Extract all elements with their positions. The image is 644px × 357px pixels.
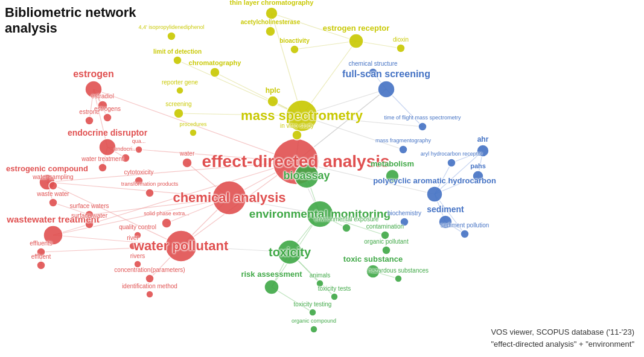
svg-point-75 xyxy=(165,230,197,262)
svg-point-78 xyxy=(295,164,319,188)
svg-point-76 xyxy=(286,100,317,131)
svg-point-121 xyxy=(49,198,57,207)
svg-point-130 xyxy=(134,232,141,239)
svg-point-91 xyxy=(473,171,483,182)
svg-point-86 xyxy=(427,186,442,202)
svg-point-125 xyxy=(37,261,45,270)
svg-point-87 xyxy=(439,215,452,229)
svg-point-101 xyxy=(369,68,377,77)
svg-point-122 xyxy=(85,210,94,219)
svg-point-127 xyxy=(134,261,141,268)
svg-point-92 xyxy=(349,34,363,48)
svg-point-112 xyxy=(309,309,316,316)
page-title: Bibliometric networkanalysis xyxy=(5,5,136,37)
svg-point-97 xyxy=(173,56,182,65)
svg-point-80 xyxy=(43,226,63,245)
svg-point-109 xyxy=(342,224,351,232)
svg-line-72 xyxy=(181,246,290,252)
svg-point-134 xyxy=(182,158,192,168)
svg-line-34 xyxy=(179,113,302,116)
svg-point-119 xyxy=(98,163,107,172)
svg-point-102 xyxy=(418,122,427,131)
svg-point-115 xyxy=(85,116,94,125)
svg-line-33 xyxy=(177,60,302,116)
svg-point-120 xyxy=(49,182,57,190)
svg-point-138 xyxy=(292,130,302,140)
svg-point-104 xyxy=(447,159,456,167)
svg-point-93 xyxy=(266,7,278,19)
svg-line-64 xyxy=(302,116,422,127)
svg-line-25 xyxy=(53,203,89,215)
svg-line-2 xyxy=(94,89,296,162)
svg-point-131 xyxy=(162,218,171,228)
svg-point-123 xyxy=(85,220,94,229)
svg-point-98 xyxy=(290,45,299,54)
svg-point-110 xyxy=(316,280,324,287)
svg-point-113 xyxy=(395,275,402,282)
svg-point-139 xyxy=(135,146,142,153)
svg-point-82 xyxy=(99,139,116,156)
svg-point-108 xyxy=(382,246,391,254)
svg-point-107 xyxy=(381,231,389,239)
svg-point-79 xyxy=(278,240,302,264)
svg-line-3 xyxy=(47,162,296,182)
svg-point-100 xyxy=(397,44,405,52)
network-svg xyxy=(0,0,644,357)
svg-point-85 xyxy=(366,265,380,278)
svg-point-114 xyxy=(310,326,317,333)
svg-point-111 xyxy=(331,293,338,300)
svg-point-129 xyxy=(146,291,153,298)
svg-point-106 xyxy=(400,218,409,226)
svg-point-137 xyxy=(176,87,183,94)
svg-point-84 xyxy=(264,280,279,294)
svg-point-124 xyxy=(37,248,45,256)
svg-point-77 xyxy=(307,201,333,227)
svg-point-128 xyxy=(145,274,154,283)
svg-point-95 xyxy=(267,96,278,107)
svg-point-133 xyxy=(135,177,143,185)
svg-point-99 xyxy=(167,32,176,40)
svg-line-38 xyxy=(295,41,356,49)
svg-point-117 xyxy=(103,113,112,122)
svg-line-14 xyxy=(41,246,181,252)
svg-point-136 xyxy=(190,129,197,136)
svg-point-116 xyxy=(98,101,107,110)
svg-point-94 xyxy=(266,27,275,36)
svg-point-135 xyxy=(174,109,183,118)
svg-point-126 xyxy=(129,242,136,250)
svg-point-88 xyxy=(378,81,395,98)
network-container: Bibliometric networkanalysis VOS viewer,… xyxy=(0,0,644,357)
svg-line-37 xyxy=(272,13,356,41)
footer-text: VOS viewer, SCOPUS database ('11-'23) "e… xyxy=(491,326,634,350)
svg-point-81 xyxy=(85,81,102,98)
svg-point-74 xyxy=(212,181,246,215)
svg-point-118 xyxy=(121,154,130,162)
svg-point-90 xyxy=(477,145,489,157)
svg-point-96 xyxy=(210,68,220,77)
svg-point-105 xyxy=(461,230,469,238)
svg-point-132 xyxy=(145,189,154,197)
svg-point-89 xyxy=(386,169,399,183)
svg-point-103 xyxy=(399,145,407,154)
